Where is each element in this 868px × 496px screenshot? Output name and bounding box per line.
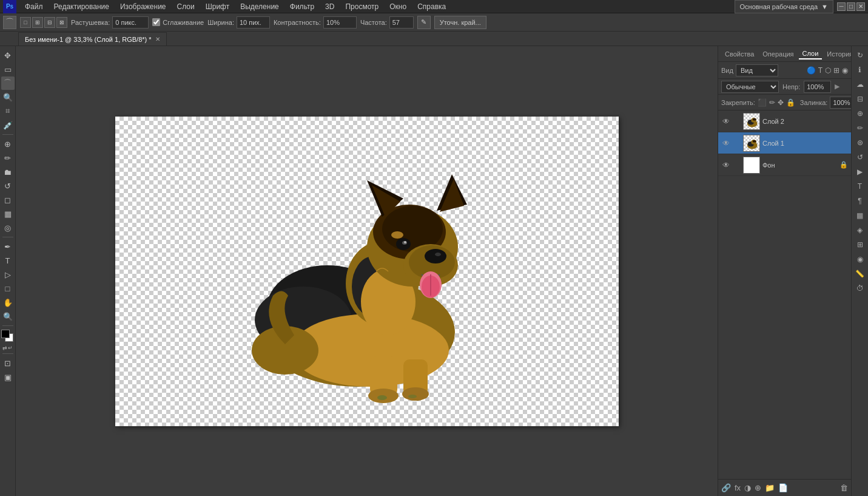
sglajivanie-checkbox[interactable] bbox=[152, 18, 160, 26]
timeline-icon[interactable]: ⏱ bbox=[853, 282, 867, 295]
eraser-tool[interactable]: ◻ bbox=[1, 193, 15, 206]
lasso-tool-icon[interactable]: ⌒ bbox=[3, 16, 16, 29]
blend-mode-select[interactable]: Обычные bbox=[721, 81, 779, 93]
rectangular-marquee-tool[interactable]: ▭ bbox=[1, 63, 15, 76]
layer-icon-3[interactable]: ⬡ bbox=[825, 66, 831, 75]
subtract-selection-icon[interactable]: ⊟ bbox=[44, 17, 55, 28]
add-style-icon[interactable]: fx bbox=[735, 483, 741, 492]
history-brush-tool[interactable]: ↺ bbox=[1, 179, 15, 192]
layer-2-eye-icon[interactable]: 👁 bbox=[721, 117, 731, 126]
menu-file[interactable]: Файл bbox=[20, 1, 48, 12]
swatches-icon[interactable]: ▦ bbox=[853, 209, 867, 222]
clone-icon[interactable]: ⊛ bbox=[853, 136, 867, 149]
add-selection-icon[interactable]: ⊞ bbox=[32, 17, 43, 28]
hand-tool[interactable]: ✋ bbox=[1, 296, 15, 309]
panel-tab-operation[interactable]: Операция bbox=[759, 49, 797, 59]
info-icon[interactable]: ℹ bbox=[853, 63, 867, 76]
patterns-icon[interactable]: ⊞ bbox=[853, 238, 867, 251]
link-layers-icon[interactable]: 🔗 bbox=[721, 483, 731, 492]
layers-icon[interactable]: ⊟ bbox=[853, 92, 867, 106]
panel-tab-properties[interactable]: Свойства bbox=[721, 49, 758, 59]
refine-edge-icon[interactable]: ✎ bbox=[417, 16, 431, 29]
cloud-icon[interactable]: ☁ bbox=[853, 78, 867, 91]
rastushevka-input[interactable] bbox=[112, 16, 149, 29]
brush-float-icon[interactable]: ✏ bbox=[853, 121, 867, 135]
shape-tool[interactable]: □ bbox=[1, 282, 15, 295]
workspace-selector[interactable]: Основная рабочая среда ▼ bbox=[735, 0, 834, 13]
lasso-tool[interactable]: ⌒ bbox=[1, 76, 15, 90]
menu-layers[interactable]: Слои bbox=[172, 1, 200, 12]
text-tool[interactable]: T bbox=[1, 254, 15, 267]
paragraph-icon[interactable]: ¶ bbox=[853, 194, 867, 208]
view-select[interactable]: Вид bbox=[736, 64, 778, 76]
quick-select-tool[interactable]: 🔍 bbox=[1, 90, 15, 104]
new-layer-icon[interactable]: 📄 bbox=[778, 483, 788, 492]
layer-icon-5[interactable]: ◉ bbox=[842, 66, 848, 75]
maximize-btn[interactable]: □ bbox=[847, 2, 855, 11]
rotate-icon[interactable]: ↻ bbox=[853, 49, 867, 62]
chastota-input[interactable] bbox=[389, 16, 414, 29]
layer-row-bg[interactable]: 👁 Фон 🔒 bbox=[718, 154, 851, 176]
3d-icon[interactable]: ◉ bbox=[853, 253, 867, 266]
menu-font[interactable]: Шрифт bbox=[201, 1, 234, 12]
menu-select[interactable]: Выделение bbox=[235, 1, 284, 12]
pen-tool[interactable]: ✒ bbox=[1, 240, 15, 253]
layer-icon-4[interactable]: ⊞ bbox=[833, 66, 839, 75]
heal-tool[interactable]: ⊕ bbox=[1, 137, 15, 151]
swap-colors-icon[interactable]: ⇄ bbox=[2, 345, 7, 351]
layer-row-1[interactable]: 👁 Слой 1 bbox=[718, 132, 851, 154]
lock-image-icon[interactable]: ✏ bbox=[769, 98, 775, 107]
delete-layer-icon[interactable]: 🗑 bbox=[840, 483, 848, 492]
reset-colors-icon[interactable]: ↵ bbox=[8, 345, 13, 351]
path-select-tool[interactable]: ▷ bbox=[1, 268, 15, 281]
adjustment-icon[interactable]: ⊕ bbox=[853, 107, 867, 120]
opacity-input[interactable] bbox=[804, 81, 831, 93]
minimize-btn[interactable]: ─ bbox=[837, 2, 846, 11]
move-tool[interactable]: ✥ bbox=[1, 49, 15, 62]
close-btn[interactable]: ✕ bbox=[856, 2, 865, 11]
layer-1-eye-icon[interactable]: 👁 bbox=[721, 138, 731, 148]
utoch-btn[interactable]: Уточн. край... bbox=[434, 16, 486, 29]
layer-icon-2[interactable]: T bbox=[818, 66, 823, 75]
text-float-icon[interactable]: T bbox=[853, 180, 867, 193]
kontrastnost-input[interactable] bbox=[323, 16, 357, 29]
menu-view[interactable]: Просмотр bbox=[340, 1, 383, 12]
lock-position-icon[interactable]: ✥ bbox=[778, 98, 784, 107]
gradient-float-icon[interactable]: ◈ bbox=[853, 223, 867, 237]
menu-image[interactable]: Изображение bbox=[115, 1, 171, 12]
brush-tool[interactable]: ✏ bbox=[1, 151, 15, 165]
add-mask-icon[interactable]: ◑ bbox=[744, 483, 751, 492]
shirina-input[interactable] bbox=[237, 16, 270, 29]
opacity-arrow-icon[interactable]: ▶ bbox=[835, 83, 839, 90]
menu-edit[interactable]: Редактирование bbox=[49, 1, 114, 12]
lock-transparent-icon[interactable]: ⬛ bbox=[758, 98, 767, 107]
tab-close-btn[interactable]: ✕ bbox=[155, 36, 160, 42]
lock-all-icon[interactable]: 🔒 bbox=[786, 98, 795, 107]
layer-bg-eye-icon[interactable]: 👁 bbox=[721, 160, 731, 170]
eyedropper-tool[interactable]: 💉 bbox=[1, 118, 15, 132]
menu-window[interactable]: Окно bbox=[385, 1, 411, 12]
intersect-selection-icon[interactable]: ⊠ bbox=[56, 17, 67, 28]
new-selection-icon[interactable]: □ bbox=[20, 17, 31, 28]
quick-mask-btn[interactable]: ⊡ bbox=[1, 356, 15, 370]
measurement-icon[interactable]: 📏 bbox=[853, 267, 867, 280]
crop-tool[interactable]: ⌗ bbox=[1, 104, 15, 118]
new-fill-layer-icon[interactable]: ⊕ bbox=[755, 483, 761, 492]
zoom-tool[interactable]: 🔍 bbox=[1, 310, 15, 323]
gradient-tool[interactable]: ▦ bbox=[1, 207, 15, 220]
new-group-icon[interactable]: 📁 bbox=[765, 483, 775, 492]
menu-help[interactable]: Справка bbox=[412, 1, 451, 12]
color-picker[interactable] bbox=[1, 330, 15, 343]
layer-row-2[interactable]: 👁 Слой 2 bbox=[718, 110, 851, 132]
stamp-tool[interactable]: 🖿 bbox=[1, 165, 15, 178]
menu-3d[interactable]: 3D bbox=[320, 1, 339, 12]
layer-icon-1[interactable]: 🔵 bbox=[807, 66, 816, 75]
panel-tab-layers[interactable]: Слои bbox=[799, 49, 823, 59]
menu-filter[interactable]: Фильтр bbox=[285, 1, 319, 12]
canvas-container[interactable] bbox=[115, 117, 619, 426]
actions-icon[interactable]: ▶ bbox=[853, 165, 867, 178]
screen-mode-btn[interactable]: ▣ bbox=[1, 370, 15, 384]
document-tab[interactable]: Без имени-1 @ 33,3% (Слой 1, RGB/8*) * ✕ bbox=[18, 32, 167, 46]
blur-tool[interactable]: ◎ bbox=[1, 221, 15, 234]
history-icon[interactable]: ↺ bbox=[853, 151, 867, 164]
